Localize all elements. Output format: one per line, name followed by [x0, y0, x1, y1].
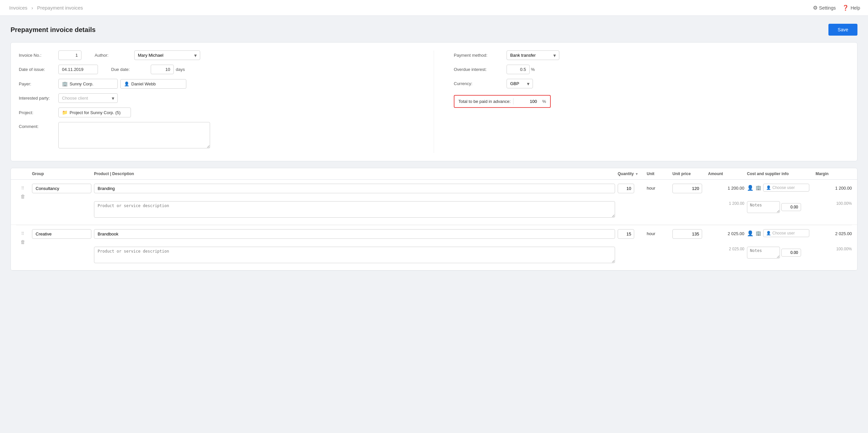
group-input-1[interactable] [32, 229, 91, 239]
comment-row: Comment: [19, 122, 421, 148]
drag-handle-0[interactable]: ⠿ 🗑 [16, 184, 29, 199]
unit-price-cell-1 [673, 229, 705, 239]
desc-textarea-1[interactable] [94, 247, 615, 263]
table-section: Group Product | Description Quantity ▼ U… [10, 168, 858, 271]
payment-method-select[interactable]: Bank transfer [506, 51, 559, 60]
desc-cell-0 [94, 201, 615, 219]
margin-pct-0: 100.00% [815, 201, 852, 206]
form-right: Payment method: Bank transfer ▼ Overdue … [434, 51, 849, 153]
qty-input-1[interactable] [618, 229, 634, 239]
invoice-no-input[interactable] [58, 51, 82, 60]
choose-user-input-0[interactable]: 👤 Choose user [763, 184, 809, 192]
table-row-group-0: ⠿ 🗑 hour [11, 180, 857, 225]
overdue-interest-label: Overdue interest: [454, 67, 506, 72]
currency-select[interactable]: GBP [506, 79, 533, 88]
supplier-info-1: 👤 🏢 👤 Choose user [747, 229, 813, 237]
save-button[interactable]: Save [829, 24, 858, 36]
unit-price-input-1[interactable] [673, 229, 702, 239]
choose-user-person-icon-1: 👤 [766, 231, 771, 236]
col-margin: Margin [815, 172, 852, 176]
interested-party-wrapper: Choose client ▼ [58, 93, 118, 103]
author-select[interactable]: Mary Michael [134, 51, 200, 60]
dates-row: Date of issue: Due date: days [19, 65, 421, 74]
breadcrumb-separator: › [31, 5, 33, 10]
supplier-person-icon-1[interactable]: 👤 [747, 230, 753, 237]
date-issue-label: Date of issue: [19, 67, 58, 72]
amount-value-1: 2 025.00 [708, 229, 744, 236]
supplier-notes-row-1 [747, 247, 813, 258]
payer-company-input[interactable]: 🏢 Sunny Corp. [58, 79, 118, 89]
currency-label: Currency: [454, 81, 506, 86]
interested-party-row: Interested party: Choose client ▼ [19, 93, 421, 103]
project-row: Project: 📁 Project for Sunny Corp. (5) [19, 107, 421, 117]
table-row-group-1: ⠿ 🗑 hour [11, 225, 857, 271]
col-cost-supplier: Cost and supplier info [747, 172, 813, 176]
form-grid: Invoice No.: Author: Mary Michael ▼ Date… [19, 51, 849, 153]
notes-textarea-1[interactable] [747, 247, 780, 258]
building-icon: 🏢 [62, 81, 68, 86]
supplier-building-icon-0[interactable]: 🏢 [755, 185, 761, 190]
total-advance-input[interactable] [513, 98, 539, 104]
product-input-1[interactable] [94, 229, 615, 239]
table-desc-row-1: 2 025.00 100.00% [16, 247, 852, 264]
amount-value-0: 1 200.00 [708, 184, 744, 191]
qty-input-0[interactable] [618, 184, 634, 193]
margin-value-0: 1 200.00 [815, 184, 852, 191]
due-date-input[interactable] [151, 65, 174, 74]
notes-textarea-0[interactable] [747, 201, 780, 213]
desc-textarea-0[interactable] [94, 201, 615, 218]
settings-link[interactable]: ⚙ Settings [813, 5, 836, 11]
project-input[interactable]: 📁 Project for Sunny Corp. (5) [58, 107, 131, 117]
group-cell-0 [32, 184, 91, 193]
col-group: Group [32, 172, 91, 176]
payer-label: Payer: [19, 82, 58, 86]
total-advance-label: Total to be paid in advance: [458, 99, 510, 104]
delete-icon-0[interactable]: 🗑 [21, 193, 25, 199]
interested-party-select[interactable]: Choose client [58, 93, 118, 103]
cost-input-0[interactable] [781, 203, 801, 211]
delete-icon-1[interactable]: 🗑 [21, 239, 25, 245]
comment-label: Comment: [19, 122, 58, 129]
product-cell-0 [94, 184, 615, 193]
help-link[interactable]: ❓ Help [842, 5, 860, 11]
choose-user-placeholder-1: Choose user [772, 231, 795, 236]
payer-person-value: Daniel Webb [131, 82, 156, 86]
supplier-building-icon-1[interactable]: 🏢 [755, 230, 761, 236]
comment-textarea[interactable] [58, 122, 210, 148]
sort-icon: ▼ [635, 172, 639, 176]
col-unit-price: Unit price [673, 172, 705, 176]
project-label: Project: [19, 110, 58, 115]
overdue-interest-input[interactable] [506, 65, 530, 74]
top-right-actions: ⚙ Settings ❓ Help [813, 5, 860, 11]
unit-1: hour [647, 229, 670, 236]
table-row-1: ⠿ 🗑 hour [16, 229, 852, 245]
choose-user-input-1[interactable]: 👤 Choose user [763, 229, 809, 237]
overdue-interest-row: Overdue interest: % [454, 65, 849, 74]
overdue-interest-unit: % [531, 67, 535, 72]
col-unit: Unit [647, 172, 670, 176]
help-label: Help [850, 5, 860, 10]
group-input-0[interactable] [32, 184, 91, 193]
product-input-0[interactable] [94, 184, 615, 193]
margin-value-1: 2 025.00 [815, 229, 852, 236]
payer-person-input[interactable]: 👤 Daniel Webb [120, 79, 186, 89]
unit-price-cell-0 [673, 184, 705, 193]
date-issue-input[interactable] [58, 65, 98, 74]
cost-input-1[interactable] [781, 249, 801, 256]
project-value: Project for Sunny Corp. (5) [70, 110, 121, 115]
payment-method-row: Payment method: Bank transfer ▼ [454, 51, 849, 60]
drag-handle-1[interactable]: ⠿ 🗑 [16, 229, 29, 245]
settings-label: Settings [819, 5, 836, 10]
breadcrumb-invoices[interactable]: Invoices [9, 5, 27, 10]
margin-pct-cell-0: 100.00% [815, 201, 852, 206]
person-icon: 👤 [124, 82, 129, 86]
gear-icon: ⚙ [813, 5, 817, 11]
total-advance-box: Total to be paid in advance: % [454, 95, 551, 108]
payer-row: Payer: 🏢 Sunny Corp. 👤 Daniel Webb [19, 79, 421, 89]
breadcrumb: Invoices › Prepayment invoices [8, 5, 85, 10]
invoice-author-row: Invoice No.: Author: Mary Michael ▼ [19, 51, 421, 60]
group-cell-1 [32, 229, 91, 239]
supplier-person-icon-0[interactable]: 👤 [747, 185, 753, 191]
unit-price-input-0[interactable] [673, 184, 702, 193]
form-card: Invoice No.: Author: Mary Michael ▼ Date… [10, 42, 858, 161]
